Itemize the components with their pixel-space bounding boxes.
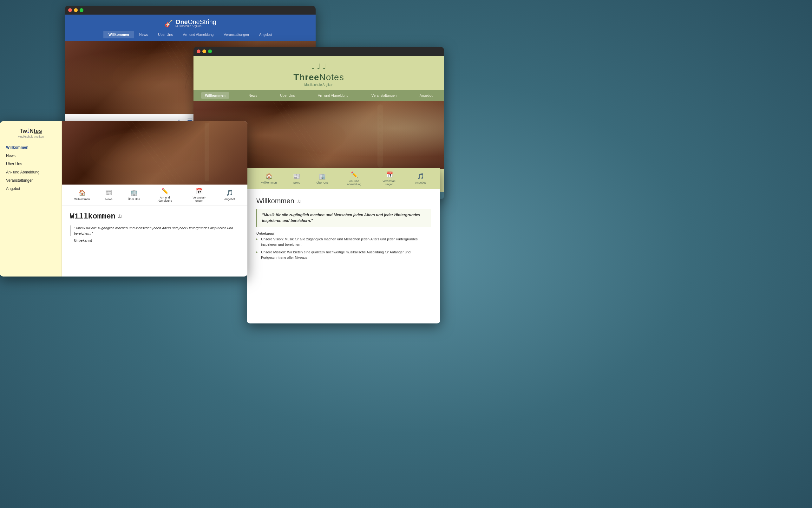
twonotes-logo-note: ♩ [27, 128, 30, 134]
twonotes-logo-subtitle: Musikschule Argikon [5, 135, 57, 138]
svg-point-16 [379, 138, 381, 140]
twonotes-icon-bar: 🏠 Willkommen 📰 News 🏢 Über Uns ✏️ An- un… [62, 184, 247, 206]
twonotes-sidebar: Tw♩Ntes Musikschule Argikon Willkommen N… [0, 121, 62, 277]
twonotes-page-title: Willkommen ♫ [70, 212, 240, 221]
threenotes-quote-text: "Musik für alle zugänglich machen und Me… [262, 212, 426, 223]
threenotes-nav-veranstaltungen[interactable]: Veranstaltungen [368, 92, 401, 99]
threenotes-nav-news[interactable]: News [245, 92, 261, 99]
onestring-nav-willkommen[interactable]: Willkommen [104, 31, 134, 38]
svg-point-24 [206, 130, 208, 132]
threenotes-content-body: Willkommen ♫ "Musik für alle zugänglich … [247, 189, 440, 319]
svg-point-14 [379, 125, 381, 128]
twonotes-nav-angebot[interactable]: Angebot [5, 186, 57, 192]
building-icon: 🏢 [319, 173, 326, 180]
building-icon: 🏢 [130, 189, 137, 196]
home-icon: 🏠 [266, 173, 273, 180]
threenotes-content-icon-veranstaltungen[interactable]: 📅 Veranstalt-ungen [380, 171, 399, 186]
svg-point-18 [379, 151, 381, 153]
calendar-icon: 📅 [196, 188, 203, 195]
twonotes-icon-angebot[interactable]: 🎵 Angebot [224, 189, 235, 201]
threenotes-bullet-list: Unsere Vision: Musik für alle zugänglich… [256, 235, 431, 261]
onestring-header: 🎸 OneOneString Musikschule Argikon Willk… [65, 14, 316, 41]
twonotes-nav-veranstaltungen[interactable]: Veranstaltungen [5, 178, 57, 183]
news-icon: 📰 [293, 173, 300, 180]
threenotes-content-icon-anmeldung[interactable]: ✏️ An- und Abmeldung [345, 171, 364, 186]
svg-point-17 [379, 144, 381, 147]
threenotes-header: ♩ ♩ ♩ ThreeNotes Musikschule Argikon [194, 56, 444, 90]
music-icon: 🎵 [226, 189, 233, 196]
minimize-button[interactable] [74, 8, 78, 12]
threenotes-quote-author: Unbekannt [256, 231, 431, 235]
twonotes-nav-willkommen[interactable]: Willkommen [5, 144, 57, 150]
close-button[interactable] [68, 8, 72, 12]
threenotes-content-window: 🏠 Willkommen 📰 News 🏢 Über Uns ✏️ An- un… [247, 168, 440, 324]
twonotes-quote: " Musik für alle zugänglich machen und M… [70, 225, 240, 236]
calendar-icon: 📅 [386, 171, 393, 178]
threenotes-content-icon-willkommen[interactable]: 🏠 Willkommen [261, 173, 277, 184]
twonotes-hero-image [62, 121, 247, 184]
threenotes-page-title: Willkommen ♫ [256, 197, 431, 205]
onestring-nav-anmeldung[interactable]: An- und Abmeldung [178, 31, 219, 38]
threenotes-subtitle: Musikschule Argikon [304, 83, 333, 87]
edit-icon: ✏️ [161, 188, 168, 195]
threenotes-maximize-button[interactable] [208, 49, 212, 53]
threenotes-nav-angebot[interactable]: Angebot [416, 92, 437, 99]
twonotes-title-music-note: ♫ [118, 213, 122, 220]
twonotes-nav-ueber-uns[interactable]: Über Uns [5, 161, 57, 167]
threenotes-nav: Willkommen News Über Uns An- und Abmeldu… [194, 90, 444, 101]
threenotes-logo-notes-icon: ♩ ♩ ♩ [312, 62, 326, 71]
edit-icon: ✏️ [351, 171, 358, 178]
svg-point-12 [379, 113, 381, 115]
twonotes-icon-veranstaltungen[interactable]: 📅 Veranstalt-ungen [190, 188, 209, 202]
threenotes-quote-block: "Musik für alle zugänglich machen und Me… [256, 209, 431, 227]
threenotes-bullet-1: Unsere Vision: Musik für alle zugänglich… [256, 235, 431, 248]
svg-point-13 [379, 119, 381, 121]
threenotes-nav-anmeldung[interactable]: An- und Abmeldung [314, 92, 353, 99]
svg-point-15 [379, 132, 381, 134]
svg-point-29 [206, 161, 208, 164]
svg-point-26 [206, 142, 208, 144]
twonotes-icon-news[interactable]: 📰 News [105, 189, 113, 201]
twonotes-content: Willkommen ♫ " Musik für alle zugänglich… [62, 206, 247, 277]
threenotes-title-music-note: ♫ [297, 198, 301, 205]
twonotes-nav-anmeldung[interactable]: An- und Abmeldung [5, 169, 57, 175]
onestring-logo: 🎸 OneOneString Musikschule Argikon [164, 18, 216, 29]
threenotes-nav-ueber-uns[interactable]: Über Uns [276, 92, 298, 99]
onestring-nav-veranstaltungen[interactable]: Veranstaltungen [218, 31, 254, 38]
twonotes-logo: Tw♩Ntes Musikschule Argikon [5, 127, 57, 138]
threenotes-content-icon-angebot[interactable]: 🎵 Angebot [415, 173, 426, 184]
threenotes-bullet-2: Unsere Mission: Wir bieten eine qualitat… [256, 248, 431, 261]
threenotes-logo-text: ThreeNotes [293, 72, 344, 82]
onestring-nav: Willkommen News Über Uns An- und Abmeldu… [71, 31, 309, 38]
threenotes-content-icon-ueber-uns[interactable]: 🏢 Über Uns [316, 173, 328, 184]
onestring-nav-news[interactable]: News [134, 31, 153, 38]
threenotes-titlebar [194, 47, 444, 56]
news-icon: 📰 [105, 189, 112, 196]
home-icon: 🏠 [79, 189, 86, 196]
onestring-logo-icon: 🎸 [164, 20, 173, 28]
threenotes-content-icon-bar: 🏠 Willkommen 📰 News 🏢 Über Uns ✏️ An- un… [247, 168, 440, 189]
svg-point-1 [90, 54, 166, 92]
twonotes-icon-willkommen[interactable]: 🏠 Willkommen [74, 189, 90, 201]
twonotes-main: 🏠 Willkommen 📰 News 🏢 Über Uns ✏️ An- un… [62, 121, 247, 277]
threenotes-nav-willkommen[interactable]: Willkommen [201, 92, 229, 99]
threenotes-minimize-button[interactable] [202, 49, 206, 53]
svg-point-28 [206, 155, 208, 157]
twonotes-logo-text: Tw♩Ntes [5, 127, 57, 134]
maximize-button[interactable] [80, 8, 83, 12]
twonotes-nav-news[interactable]: News [5, 153, 57, 159]
twonotes-icon-anmeldung[interactable]: ✏️ An- und Abmeldung [155, 188, 174, 202]
twonotes-quote-author: Unbekannt [70, 239, 240, 242]
twonotes-nav-list: Willkommen News Über Uns An- und Abmeldu… [5, 144, 57, 192]
threenotes-close-button[interactable] [197, 49, 200, 53]
svg-point-25 [206, 136, 208, 138]
svg-point-27 [206, 149, 208, 151]
music-icon: 🎵 [417, 173, 424, 180]
onestring-nav-ueber-uns[interactable]: Über Uns [153, 31, 177, 38]
threenotes-content-icon-news[interactable]: 📰 News [293, 173, 300, 184]
svg-point-19 [90, 132, 192, 173]
twonotes-icon-ueber-uns[interactable]: 🏢 Über Uns [128, 189, 140, 201]
onestring-nav-angebot[interactable]: Angebot [254, 31, 277, 38]
onestring-titlebar [65, 6, 316, 14]
twonotes-window: Tw♩Ntes Musikschule Argikon Willkommen N… [0, 121, 247, 277]
